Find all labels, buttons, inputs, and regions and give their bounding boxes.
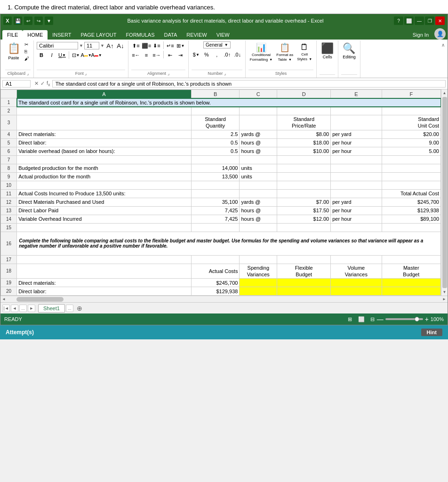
confirm-formula-icon[interactable]: ✓	[40, 80, 45, 87]
cell-f12[interactable]: $245,700	[382, 198, 440, 206]
col-header-e[interactable]: E	[331, 90, 382, 98]
cell-b12[interactable]: 35,100	[191, 198, 240, 206]
scroll-right-btn[interactable]: ►	[441, 297, 448, 301]
cell-e2[interactable]	[331, 107, 382, 115]
cell-b2[interactable]	[191, 107, 240, 115]
tab-insert[interactable]: INSERT	[48, 30, 76, 40]
editing-btn[interactable]: 🔍 Editing	[341, 41, 357, 61]
format-table-btn[interactable]: 📋 Format asTable ▼	[275, 41, 295, 63]
cell-b5[interactable]: 0.5	[191, 138, 240, 147]
number-expand[interactable]: ⌟	[224, 71, 226, 76]
cell-c8[interactable]: units	[240, 164, 277, 172]
cell-b20[interactable]: $129,938	[191, 287, 240, 296]
cell-c6[interactable]: hours @	[240, 147, 277, 155]
cell-d5[interactable]: $18.00	[277, 138, 331, 147]
cell-e12[interactable]: per yard	[331, 198, 382, 206]
cell-reference[interactable]: A1	[2, 80, 31, 88]
cell-f13[interactable]: $129,938	[382, 206, 440, 215]
minimize-btn[interactable]: —	[415, 16, 424, 25]
sheet-more-btn[interactable]: ...	[66, 305, 73, 312]
cell-e8[interactable]	[331, 164, 382, 172]
font-size-input[interactable]: 11	[84, 42, 99, 49]
sheet-nav-next[interactable]: ►	[28, 305, 35, 312]
currency-btn[interactable]: $▼	[192, 50, 201, 59]
page-break-icon[interactable]: ⊟	[368, 315, 377, 323]
font-decrease-btn[interactable]: A↓	[116, 41, 125, 50]
col-header-f[interactable]: F	[382, 90, 440, 98]
cell-e20[interactable]	[331, 287, 382, 296]
cell-b10[interactable]	[191, 181, 240, 189]
cell-f3[interactable]: StandardUnit Cost	[382, 115, 440, 130]
conditional-formatting-btn[interactable]: 📊 ConditionalFormatting ▼	[248, 41, 274, 63]
cell-a19[interactable]: Direct materials:	[17, 279, 192, 287]
quick-icon[interactable]: ▼	[45, 16, 53, 25]
cells-btn[interactable]: ⬛ Cells	[320, 41, 335, 61]
cell-f9[interactable]	[382, 172, 440, 181]
task-view-btn[interactable]: ⬜	[404, 16, 414, 25]
sign-in[interactable]: Sign In	[409, 30, 432, 40]
cell-e6[interactable]: per hour	[331, 147, 382, 155]
underline-button[interactable]: U▼	[57, 51, 67, 59]
cell-d8[interactable]	[277, 164, 331, 172]
cell-b18[interactable]: Actual Costs	[191, 264, 240, 279]
cell-c14[interactable]: hours @	[240, 215, 277, 223]
cell-b4[interactable]: 2.5	[191, 130, 240, 138]
cell-e3[interactable]	[331, 115, 382, 130]
cell-e9[interactable]	[331, 172, 382, 181]
cell-d7[interactable]	[277, 155, 331, 164]
fill-color-button[interactable]: A▬▼	[81, 51, 91, 59]
cell-c9[interactable]: units	[240, 172, 277, 181]
h-scroll-thumb[interactable]	[16, 297, 64, 302]
cell-a4[interactable]: Direct materials:	[17, 130, 192, 138]
align-middle-btn[interactable]: ⬛≡	[142, 41, 151, 50]
paste-button[interactable]: 📋 Paste	[5, 41, 22, 61]
cell-d10[interactable]	[277, 181, 331, 189]
tab-file[interactable]: FILE	[2, 30, 23, 40]
cell-d19[interactable]	[277, 279, 331, 287]
cell-d14[interactable]: $12.00	[277, 215, 331, 223]
cell-d9[interactable]	[277, 172, 331, 181]
align-bottom-btn[interactable]: ⬇≡	[152, 41, 161, 50]
hint-button[interactable]: Hint	[421, 329, 442, 336]
cell-a15[interactable]	[17, 223, 192, 232]
cell-e17[interactable]	[331, 255, 382, 264]
cell-e5[interactable]: per hour	[331, 138, 382, 147]
undo-icon[interactable]: ↩	[24, 16, 32, 25]
cell-a12[interactable]: Direct Materials Purchased and Used	[17, 198, 192, 206]
decimal-increase-btn[interactable]: .0↑	[223, 50, 232, 59]
cell-f4[interactable]: $20.00	[382, 130, 440, 138]
wrap-text-btn[interactable]: ↵≡	[166, 41, 175, 50]
cell-a7[interactable]	[17, 155, 192, 164]
cell-e18[interactable]: VolumeVariances	[331, 264, 382, 279]
zoom-minus-icon[interactable]: —	[377, 315, 384, 323]
restore-btn[interactable]: ❐	[425, 16, 434, 25]
scroll-thumb[interactable]	[442, 97, 447, 288]
cell-b13[interactable]: 7,425	[191, 206, 240, 215]
align-top-btn[interactable]: ⬆≡	[131, 41, 141, 50]
copy-button[interactable]: ⎘	[23, 48, 31, 55]
cell-f17[interactable]	[382, 255, 440, 264]
cell-b14[interactable]: 7,425	[191, 215, 240, 223]
cell-b7[interactable]	[191, 155, 240, 164]
decimal-decrease-btn[interactable]: .0↓	[233, 50, 242, 59]
font-size-dropdown[interactable]: ▼	[100, 43, 104, 48]
cell-e19[interactable]	[331, 279, 382, 287]
cell-b19[interactable]: $245,700	[191, 279, 240, 287]
cell-a16[interactable]: Complete the following table comparing a…	[17, 232, 441, 255]
font-color-button[interactable]: A▬▼	[92, 51, 101, 59]
cell-a17[interactable]	[17, 255, 192, 264]
increase-indent-btn[interactable]: ⇥	[176, 51, 185, 59]
font-expand[interactable]: ⌟	[85, 71, 87, 76]
alignment-expand[interactable]: ⌟	[168, 71, 169, 76]
cell-d6[interactable]: $10.00	[277, 147, 331, 155]
cell-c2[interactable]	[240, 107, 277, 115]
cancel-formula-icon[interactable]: ✕	[34, 80, 39, 87]
zoom-plus-icon[interactable]: +	[425, 315, 429, 323]
align-center-btn[interactable]: ≡	[142, 51, 151, 59]
col-header-b[interactable]: B	[191, 90, 240, 98]
font-increase-btn[interactable]: A↑	[105, 41, 115, 50]
cell-c7[interactable]	[240, 155, 277, 164]
cell-a1[interactable]: The standard cost card for a single unit…	[17, 98, 441, 107]
cell-a6[interactable]: Variable overhead (based on labor hours)…	[17, 147, 192, 155]
cell-c10[interactable]	[240, 181, 277, 189]
